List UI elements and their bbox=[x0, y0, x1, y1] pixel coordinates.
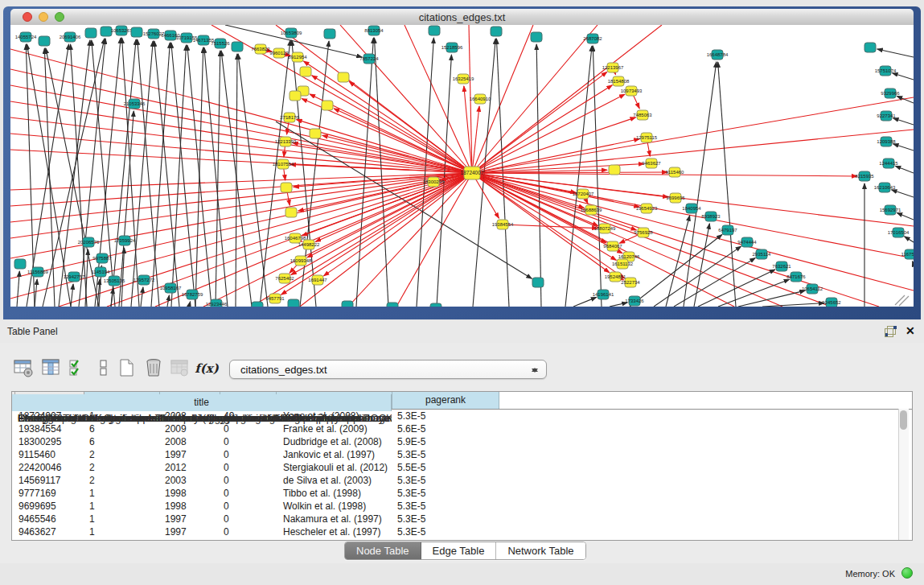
svg-text:15720407: 15720407 bbox=[573, 192, 594, 196]
graph-node[interactable] bbox=[232, 42, 243, 51]
svg-text:7515526: 7515526 bbox=[211, 41, 230, 46]
table-cell-year: 1997 bbox=[160, 513, 220, 525]
new-column-button[interactable] bbox=[116, 357, 140, 381]
graph-node[interactable] bbox=[131, 27, 142, 37]
svg-text:16782759: 16782759 bbox=[182, 292, 203, 297]
table-cell-year: 1998 bbox=[160, 487, 220, 500]
float-panel-icon[interactable] bbox=[885, 326, 897, 337]
svg-text:10654112: 10654112 bbox=[802, 286, 823, 291]
svg-text:16210643: 16210643 bbox=[874, 185, 896, 190]
svg-text:16099348: 16099348 bbox=[290, 258, 312, 263]
graph-node[interactable] bbox=[285, 208, 297, 217]
graph-node[interactable] bbox=[387, 303, 398, 307]
graph-node[interactable] bbox=[281, 183, 292, 192]
tab-edge-table[interactable]: Edge Table bbox=[421, 542, 497, 559]
memory-ok-indicator[interactable] bbox=[901, 567, 913, 579]
svg-text:9474444: 9474444 bbox=[737, 240, 757, 245]
table-type-tabs: Node Table Edge Table Network Table bbox=[344, 542, 586, 560]
table-cell-year: 2008 bbox=[160, 435, 220, 448]
table-row[interactable]: 1830029562008Estimation of significance … bbox=[12, 435, 912, 448]
graph-node[interactable] bbox=[300, 67, 311, 76]
delete-table-button[interactable] bbox=[169, 357, 193, 381]
graph-node[interactable] bbox=[252, 302, 263, 307]
table-header-filler bbox=[499, 392, 912, 409]
svg-text:8215935: 8215935 bbox=[855, 174, 874, 179]
table-settings-button[interactable] bbox=[13, 357, 37, 381]
table-cell-name: 22420046 bbox=[15, 461, 84, 474]
graph-node[interactable] bbox=[342, 301, 353, 307]
close-panel-icon[interactable]: ✕ bbox=[906, 324, 915, 337]
svg-text:16151132: 16151132 bbox=[612, 262, 634, 266]
function-builder-button[interactable]: f(x) bbox=[195, 357, 219, 381]
graph-node[interactable] bbox=[85, 28, 97, 38]
column-pair-button[interactable] bbox=[93, 357, 117, 381]
svg-text:10688639: 10688639 bbox=[581, 208, 602, 212]
table-cell-out: 0 bbox=[220, 461, 277, 474]
graph-node[interactable] bbox=[531, 32, 542, 42]
graph-node[interactable] bbox=[864, 43, 876, 52]
tab-network-table[interactable]: Network Table bbox=[496, 542, 585, 559]
svg-text:1167553: 1167553 bbox=[901, 252, 914, 257]
svg-text:19384554: 19384554 bbox=[492, 222, 514, 227]
svg-text:12923446: 12923446 bbox=[206, 302, 228, 307]
table-cell-pr: 5.9E-5 bbox=[392, 435, 499, 448]
table-cell-pr: 5.3E-5 bbox=[392, 410, 499, 422]
table-cell-ind: 2 bbox=[84, 448, 160, 461]
svg-text:15692971: 15692971 bbox=[880, 208, 901, 212]
delete-column-button[interactable] bbox=[143, 357, 167, 381]
graph-node[interactable] bbox=[532, 278, 544, 287]
window-titlebar[interactable]: citations_edges.txt bbox=[10, 9, 914, 26]
table-cell-name: 9699695 bbox=[15, 500, 84, 513]
graph-node[interactable] bbox=[324, 29, 335, 39]
graph-node[interactable] bbox=[310, 129, 321, 138]
svg-text:16120746: 16120746 bbox=[618, 254, 640, 259]
select-columns-button[interactable] bbox=[40, 357, 64, 381]
table-cell-short: Jankovic et al. (1997) bbox=[277, 448, 392, 461]
table-row[interactable]: 946362711997Embryonic stem cells: a mode… bbox=[12, 525, 912, 538]
column-header-pagerank[interactable]: pagerank bbox=[392, 392, 499, 409]
scrollbar-thumb[interactable] bbox=[900, 410, 907, 430]
table-selector-value: citations_edges.txt bbox=[240, 364, 327, 376]
table-cell-name: 9465546 bbox=[15, 513, 84, 525]
svg-text:15218596: 15218596 bbox=[441, 45, 463, 50]
memory-status-label: Memory: OK bbox=[845, 569, 895, 579]
table-row[interactable]: 946554611997Estimation of the future num… bbox=[12, 513, 912, 525]
table-cell-ind: 2 bbox=[84, 461, 160, 474]
table-cell-ind: 6 bbox=[84, 435, 160, 448]
table-panel-body: f(x) citations_edges.txt name in_degree … bbox=[0, 343, 924, 563]
graph-node[interactable] bbox=[491, 27, 502, 36]
svg-text:10653267: 10653267 bbox=[111, 28, 133, 33]
graph-node[interactable] bbox=[609, 165, 620, 175]
graph-node[interactable] bbox=[39, 36, 50, 46]
table-cell-short: Dudbridge et al. (2008) bbox=[277, 435, 392, 448]
graph-node[interactable] bbox=[338, 72, 349, 82]
table-cell-ind: 1 bbox=[84, 513, 160, 525]
row-checkboxes-button[interactable] bbox=[68, 357, 92, 381]
table-row[interactable]: 977716911998Corpus callosum shape and si… bbox=[12, 487, 912, 500]
table-cell-year: 2012 bbox=[160, 461, 220, 474]
table-vertical-scrollbar[interactable] bbox=[898, 409, 909, 540]
table-row[interactable]: 2242004622012Investigating the contribut… bbox=[12, 461, 912, 474]
network-graph-canvas[interactable]: 1405572420691406106532671527602764661601… bbox=[10, 25, 914, 307]
svg-text:1840954: 1840954 bbox=[682, 206, 701, 211]
graph-node[interactable] bbox=[322, 101, 333, 110]
graph-node[interactable] bbox=[14, 259, 26, 269]
svg-text:18154808: 18154808 bbox=[608, 79, 630, 84]
svg-text:7632621: 7632621 bbox=[772, 264, 791, 269]
graph-node[interactable] bbox=[290, 91, 301, 101]
table-row[interactable]: 1456911722003Disruption of a novel membe… bbox=[12, 474, 912, 487]
graph-node[interactable] bbox=[429, 26, 440, 35]
tab-node-table[interactable]: Node Table bbox=[345, 542, 421, 559]
table-selector-dropdown[interactable]: citations_edges.txt bbox=[229, 360, 547, 379]
svg-text:9975887: 9975887 bbox=[92, 256, 112, 261]
table-row[interactable]: 911546021997Tourette syndrome. Phenomeno… bbox=[12, 448, 912, 461]
graph-node[interactable] bbox=[288, 299, 299, 307]
column-header-title[interactable]: title bbox=[12, 394, 392, 411]
svg-text:9684067: 9684067 bbox=[603, 244, 622, 249]
svg-text:8471676: 8471676 bbox=[786, 274, 806, 279]
svg-text:9245652: 9245652 bbox=[822, 300, 841, 305]
network-view-frame: citations_edges.txt 14055724206914061065… bbox=[3, 6, 921, 319]
table-row[interactable]: 969969511998Structural magnetic resonanc… bbox=[12, 500, 912, 513]
table-cell-name: 9777169 bbox=[15, 487, 84, 500]
graph-node[interactable] bbox=[430, 303, 441, 307]
